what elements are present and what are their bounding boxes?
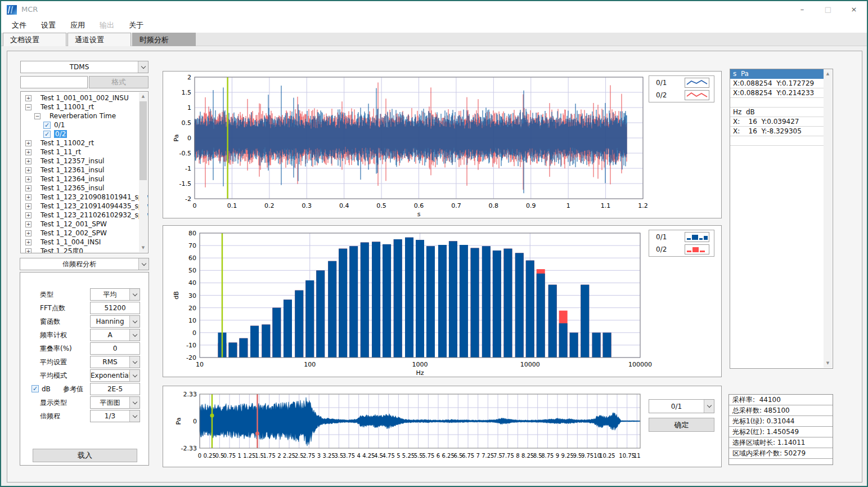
overlap-input[interactable]: 0 <box>90 342 140 355</box>
scroll-up-icon[interactable]: ▲ <box>139 92 147 101</box>
expand-icon[interactable]: + <box>25 221 32 227</box>
chevron-down-icon[interactable] <box>129 410 140 422</box>
collapse-icon[interactable]: − <box>25 104 32 110</box>
type-select[interactable]: 平均 <box>90 288 140 301</box>
expand-icon[interactable]: + <box>25 149 32 155</box>
expand-icon[interactable]: + <box>25 248 32 254</box>
expand-icon[interactable]: + <box>25 176 32 182</box>
channel-select[interactable]: 0/1 <box>649 399 714 413</box>
chevron-down-icon[interactable] <box>129 329 140 341</box>
display-type-select[interactable]: 平面图 <box>90 396 140 409</box>
expand-icon[interactable]: + <box>25 230 32 236</box>
analysis-type-select[interactable]: 倍频程分析 <box>20 258 149 270</box>
tree-scrollbar[interactable]: ▲ ▼ <box>139 92 147 252</box>
readout-row[interactable] <box>730 98 824 108</box>
menu-item-file[interactable]: 文件 <box>5 18 34 33</box>
menu-item-about[interactable]: 关于 <box>122 18 151 33</box>
readout-row[interactable]: X:0.088254 Y:0.172729 <box>730 79 824 88</box>
format-filter-input[interactable] <box>20 76 88 88</box>
load-button[interactable]: 载入 <box>33 449 137 462</box>
format-button: 格式 <box>89 76 149 88</box>
legend-item: 0/2 <box>649 243 714 256</box>
octave-select[interactable]: 1/3 <box>90 410 140 422</box>
tree-scrollbar-thumb[interactable] <box>140 101 147 180</box>
tree-item[interactable]: +Test 1_11_rt <box>21 148 140 157</box>
minimize-button[interactable]: – <box>789 1 815 18</box>
svg-text:80: 80 <box>188 230 196 237</box>
tree-item[interactable]: +Test 1_12361_insul <box>21 166 140 175</box>
file-tree[interactable]: +Test 1_001_001_002_INSU−Test 1_11001_rt… <box>20 91 149 253</box>
tree-item[interactable]: +Test 1_25度0 <box>21 247 140 253</box>
tree-item[interactable]: +Test 1_12_002_SPW <box>21 229 140 238</box>
scroll-up-icon[interactable]: ▲ <box>824 70 832 78</box>
chevron-down-icon[interactable] <box>129 356 140 368</box>
chevron-down-icon[interactable] <box>129 397 140 408</box>
chevron-down-icon[interactable] <box>138 61 148 73</box>
chevron-down-icon[interactable] <box>704 400 714 413</box>
svg-text:0.3: 0.3 <box>302 202 312 209</box>
tree-item[interactable]: −Test 1_11001_rt <box>21 102 140 111</box>
expand-icon[interactable]: + <box>25 158 32 164</box>
tree-item[interactable]: −Reverberation Time <box>21 111 140 120</box>
readout-header-row[interactable]: s Pa <box>730 69 824 79</box>
readout-row[interactable]: X:0.088254 Y:0.214233 <box>730 88 824 98</box>
tree-item[interactable]: +Test 1_1_004_INSI <box>21 238 140 247</box>
fft-points-input[interactable]: 51200 <box>90 302 140 314</box>
expand-icon[interactable]: + <box>25 167 32 173</box>
tree-item[interactable]: +Test 1_12364_insul <box>21 175 140 184</box>
file-format-select[interactable]: TDMS <box>20 61 149 73</box>
tabbar: 文档设置通道设置时频分析 <box>1 33 867 46</box>
chevron-down-icon[interactable] <box>138 258 149 270</box>
tree-item[interactable]: +Test 1_12_001_SPW <box>21 220 140 229</box>
expand-icon[interactable]: + <box>25 212 32 218</box>
tree-item[interactable]: +Test 1_11002_rt <box>21 138 140 148</box>
tree-item[interactable]: +Test 1_12357_insul <box>21 157 140 166</box>
channel-checkbox[interactable]: ✓ <box>43 122 51 129</box>
tab-time-frequency-analysis[interactable]: 时频分析 <box>132 33 196 46</box>
close-button[interactable]: × <box>841 1 867 18</box>
line-series-blue-icon <box>685 78 709 88</box>
average-mode-select[interactable]: Exponential <box>90 369 140 382</box>
average-setting-select[interactable]: RMS <box>90 356 140 368</box>
time-waveform-chart[interactable]: 21.510.50-0.5-1-1.5-200.10.20.30.40.50.6… <box>163 72 721 218</box>
full-waveform-chart[interactable]: 2.330-2.3300.250.50.7511.251.51.7522.252… <box>163 386 721 467</box>
tree-item[interactable]: +Test 1_123_210914094435_spw <box>21 202 140 211</box>
chevron-down-icon[interactable] <box>129 316 140 327</box>
stat-row: 总采样数: 485100 <box>729 405 833 416</box>
menu-item-apply[interactable]: 应用 <box>63 18 92 33</box>
db-reference-input[interactable]: 2E-5 <box>90 383 140 395</box>
tree-item[interactable]: +Test 1_123_210908101941_spw <box>21 193 140 202</box>
readout-scrollbar[interactable]: ▲ ▼ <box>824 70 832 368</box>
readout-row[interactable] <box>730 136 824 146</box>
db-reference-checkbox[interactable]: ✓ <box>32 385 39 392</box>
window-function-select[interactable]: Hanning <box>90 315 140 328</box>
octave-select-value: 1/3 <box>91 412 129 420</box>
chevron-down-icon[interactable] <box>129 289 140 300</box>
menu-item-settings[interactable]: 设置 <box>34 18 63 33</box>
tree-item[interactable]: +Test 1_001_001_002_INSU <box>21 93 140 102</box>
expand-icon[interactable]: + <box>25 239 32 245</box>
tab-document-settings[interactable]: 文档设置 <box>3 33 66 46</box>
tab-channel-settings[interactable]: 通道设置 <box>68 33 131 46</box>
frequency-weighting-select[interactable]: A <box>90 329 140 341</box>
octave-spectrum-chart[interactable]: 80706050403020100-10-2010100100010000100… <box>163 226 721 377</box>
collapse-icon[interactable]: − <box>34 113 41 119</box>
scroll-down-icon[interactable]: ▼ <box>824 359 832 368</box>
maximize-button[interactable]: □ <box>815 1 841 18</box>
expand-icon[interactable]: + <box>25 185 32 191</box>
readout-row[interactable]: X: 16 Y:-8.329305 <box>730 127 824 136</box>
expand-icon[interactable]: + <box>25 95 32 101</box>
tree-item[interactable]: +Test 1_123_211026102932_spw <box>21 211 140 220</box>
expand-icon[interactable]: + <box>25 140 32 146</box>
tree-item[interactable]: ✓0/1 <box>21 120 140 129</box>
readout-row[interactable]: X: 16 Y:0.039427 <box>730 117 824 127</box>
tree-item[interactable]: ✓0/2 <box>21 129 140 138</box>
expand-icon[interactable]: + <box>25 203 32 209</box>
tree-item[interactable]: +Test 1_12365_insul <box>21 184 140 193</box>
readout-row[interactable]: Hz dB <box>730 108 824 117</box>
channel-checkbox[interactable]: ✓ <box>43 131 51 138</box>
scroll-down-icon[interactable]: ▼ <box>139 244 147 252</box>
confirm-button[interactable]: 确定 <box>649 418 714 432</box>
chevron-down-icon[interactable] <box>129 370 140 381</box>
expand-icon[interactable]: + <box>25 194 32 200</box>
